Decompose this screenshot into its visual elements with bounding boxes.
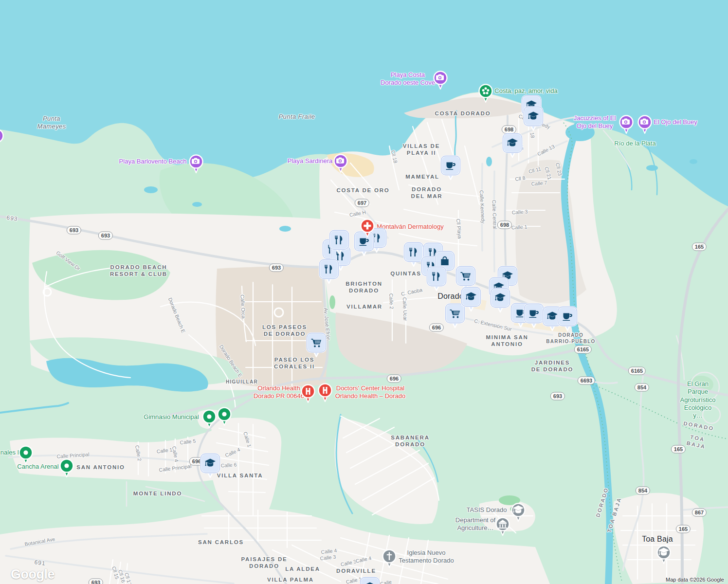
route-shield: 693 xyxy=(67,226,81,235)
route-shield: 6165 xyxy=(574,346,592,354)
route-shield: 693 xyxy=(269,264,284,272)
marker-school[interactable] xyxy=(655,545,673,567)
route-shield: 854 xyxy=(636,487,650,495)
route-shield: 6693 xyxy=(578,377,595,385)
dot-icon xyxy=(64,463,69,468)
route-shield: 867 xyxy=(692,509,707,517)
poi-pin-restaurant[interactable] xyxy=(425,265,448,292)
poi-pin-restaurant[interactable] xyxy=(328,229,350,256)
map-attribution: Map data ©2026 Google xyxy=(666,577,724,583)
map-canvas[interactable] xyxy=(0,0,728,584)
marker-sport[interactable] xyxy=(216,406,233,429)
poi-pin-school[interactable] xyxy=(501,132,524,159)
route-shield: 165 xyxy=(692,243,707,251)
route-shield: 854 xyxy=(635,383,649,392)
marker-beach[interactable] xyxy=(618,114,635,137)
marker-park[interactable] xyxy=(477,83,494,106)
poi-pin-school[interactable] xyxy=(522,105,545,132)
dot-icon xyxy=(222,412,226,416)
route-shield: 696 xyxy=(387,375,401,383)
poi-pin-school[interactable] xyxy=(199,452,221,479)
marker-sport[interactable] xyxy=(58,458,75,480)
poi-pin-school[interactable] xyxy=(359,576,381,584)
marker-school[interactable] xyxy=(510,502,527,525)
marker-sport[interactable] xyxy=(17,445,35,467)
route-shield: 165 xyxy=(671,445,686,454)
marker-clinic[interactable] xyxy=(359,218,376,240)
dot-icon xyxy=(207,414,211,419)
route-shield: 698 xyxy=(497,221,512,229)
marker-gov[interactable] xyxy=(494,516,511,539)
route-shield: 696 xyxy=(429,324,444,332)
marker-beach[interactable] xyxy=(0,128,5,150)
poi-pin-cart[interactable] xyxy=(305,331,328,359)
poi-pin-restaurant[interactable] xyxy=(318,258,340,285)
poi-pin-cafe[interactable] xyxy=(439,154,462,182)
poi-pin-school[interactable] xyxy=(489,287,511,314)
marker-church[interactable] xyxy=(381,548,398,571)
route-shield: 693 xyxy=(98,232,113,240)
marker-beach[interactable] xyxy=(432,70,449,92)
poi-pin-cafe[interactable] xyxy=(556,305,579,332)
route-shield: 693 xyxy=(89,579,103,584)
map-viewport[interactable]: Google Map data ©2026 Google COSTA DORAD… xyxy=(0,0,728,584)
marker-hospital[interactable] xyxy=(316,383,334,405)
marker-beach[interactable] xyxy=(187,154,205,176)
route-shield: 165 xyxy=(676,525,691,533)
route-shield: 693 xyxy=(550,392,565,401)
marker-hospital[interactable] xyxy=(299,383,317,406)
poi-pin-school[interactable] xyxy=(460,286,482,313)
route-shield: 6165 xyxy=(628,367,646,375)
google-logo[interactable]: Google xyxy=(11,567,55,582)
marker-beach[interactable] xyxy=(332,153,349,176)
marker-beach[interactable] xyxy=(636,114,654,137)
route-shield: 697 xyxy=(355,199,369,207)
dot-icon xyxy=(23,450,28,455)
